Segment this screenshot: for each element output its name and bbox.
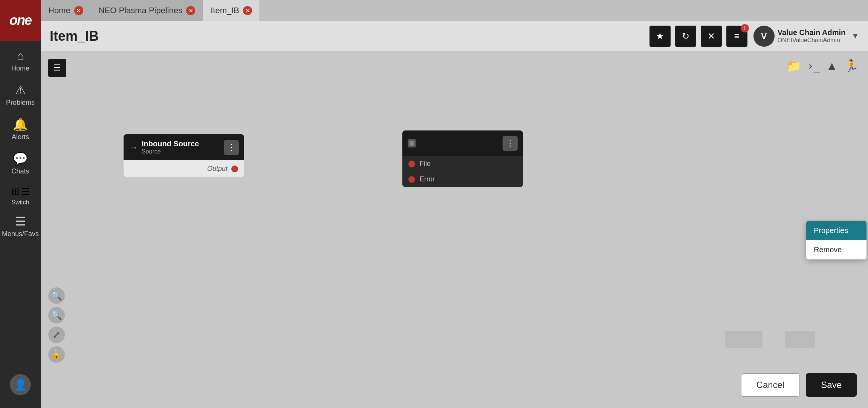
context-menu: Properties Remove <box>806 221 866 259</box>
file-output-dot <box>408 161 415 167</box>
sidebar: one ⌂ Home ⚠ Problems 🔔 Alerts 💬 Chats ⊞… <box>0 0 41 408</box>
node-second-outputs: File Error <box>402 156 523 187</box>
avatar-initial: V <box>761 31 767 41</box>
sidebar-item-label: Chats <box>11 167 29 175</box>
sidebar-item-home[interactable]: ⌂ Home <box>0 44 41 78</box>
error-output-label: Error <box>420 175 435 183</box>
context-menu-properties[interactable]: Properties <box>806 221 866 240</box>
zoom-controls: 🔍 🔍 ⤢ 🔒 <box>48 287 65 363</box>
user-info: Value Chain Admin ONEIValueChainAdmin <box>778 28 845 44</box>
tab-item-ib-label: Item_IB <box>211 6 239 15</box>
main-area: Home ✕ NEO Plasma Pipelines ✕ Item_IB ✕ … <box>41 0 868 408</box>
fit-button[interactable]: ⤢ <box>48 327 65 343</box>
zoom-out-icon: 🔍 <box>51 310 62 321</box>
canvas-area: ☰ 📁 ›_ ▲ 🏃 → Inbound Source Source ⋮ Out… <box>41 51 868 408</box>
output-file-row: File <box>402 156 523 172</box>
triangle-icon[interactable]: ▲ <box>826 59 838 73</box>
tab-neo-plasma-close[interactable]: ✕ <box>186 6 195 15</box>
output-error-row: Error <box>402 172 523 187</box>
sidebar-item-chats[interactable]: 💬 Chats <box>0 146 41 181</box>
close-button[interactable]: ✕ <box>701 26 722 47</box>
menu-icon: ≡ <box>734 31 740 41</box>
connector-dot <box>408 139 416 147</box>
user-username: ONEIValueChainAdmin <box>778 37 845 44</box>
node-second-wrapper: ⋮ File Error Properties <box>402 130 523 187</box>
canvas-menu-button[interactable]: ☰ <box>48 59 66 77</box>
page-title: Item_IB <box>50 28 649 44</box>
node-dots-button[interactable]: ⋮ <box>224 140 239 155</box>
ghost-node-2 <box>785 331 815 348</box>
terminal-icon[interactable]: ›_ <box>807 60 820 72</box>
warning-icon: ⚠ <box>15 83 26 97</box>
tab-home-label: Home <box>48 6 70 15</box>
node-title-group: Inbound Source Source <box>142 140 220 155</box>
logo-text: one <box>9 12 31 28</box>
zoom-in-button[interactable]: 🔍 <box>48 287 65 304</box>
header-actions: ★ ↻ ✕ ≡ 1 <box>649 26 747 47</box>
switch-label: Switch <box>11 199 29 206</box>
notification-badge: 1 <box>741 24 749 32</box>
canvas-right-toolbar: 📁 ›_ ▲ 🏃 <box>786 59 859 73</box>
bottom-actions: Cancel Save <box>741 373 857 397</box>
fit-icon: ⤢ <box>53 330 60 340</box>
switch-icon-1: ⊞ <box>11 186 20 198</box>
node-second: ⋮ File Error <box>402 130 523 187</box>
tab-item-ib[interactable]: Item_IB ✕ <box>203 0 260 21</box>
tab-neo-plasma-label: NEO Plasma Pipelines <box>99 6 183 15</box>
folder-icon[interactable]: 📁 <box>786 59 801 73</box>
menu-icon: ☰ <box>15 214 26 229</box>
tab-bar: Home ✕ NEO Plasma Pipelines ✕ Item_IB ✕ <box>41 0 868 21</box>
refresh-button[interactable]: ↻ <box>675 26 696 47</box>
sidebar-bottom: 👤 <box>10 369 31 408</box>
node-second-dots-button[interactable]: ⋮ <box>503 136 518 151</box>
refresh-icon: ↻ <box>682 31 689 41</box>
error-output-dot <box>408 176 415 183</box>
remove-label: Remove <box>814 245 842 254</box>
page-header: Item_IB ★ ↻ ✕ ≡ 1 V Value Chain Admin ON… <box>41 21 868 51</box>
user-dropdown-arrow[interactable]: ▼ <box>851 32 859 40</box>
node-inbound-source: → Inbound Source Source ⋮ Output <box>124 134 244 177</box>
sidebar-item-problems[interactable]: ⚠ Problems <box>0 78 41 112</box>
menu-notification-button[interactable]: ≡ 1 <box>726 26 747 47</box>
node-inbound-header: → Inbound Source Source ⋮ <box>124 134 244 160</box>
tab-neo-plasma[interactable]: NEO Plasma Pipelines ✕ <box>91 0 203 21</box>
star-icon: ★ <box>656 31 664 41</box>
lock-button[interactable]: 🔒 <box>48 346 65 363</box>
file-output-label: File <box>420 160 431 168</box>
sidebar-item-label: Menus/Favs <box>2 230 39 238</box>
user-name: Value Chain Admin <box>778 28 845 37</box>
ghost-node-1 <box>725 331 763 348</box>
sidebar-item-alerts[interactable]: 🔔 Alerts <box>0 112 41 146</box>
lock-icon: 🔒 <box>51 349 62 360</box>
node-subtitle: Source <box>142 148 220 155</box>
sidebar-item-menus-favs[interactable]: ☰ Menus/Favs <box>0 209 41 243</box>
user-avatar-icon: 👤 <box>10 374 31 395</box>
close-icon: ✕ <box>708 31 715 41</box>
sidebar-item-label: Problems <box>6 99 35 107</box>
switch-icon-2: ☰ <box>21 186 30 198</box>
bell-icon: 🔔 <box>13 117 28 132</box>
tab-home-close[interactable]: ✕ <box>74 6 83 15</box>
star-button[interactable]: ★ <box>649 26 671 47</box>
output-dot <box>231 166 238 172</box>
list-icon: ☰ <box>53 63 61 73</box>
home-icon: ⌂ <box>17 49 24 63</box>
zoom-out-button[interactable]: 🔍 <box>48 307 65 324</box>
chat-icon: 💬 <box>13 152 28 166</box>
arrow-icon: → <box>129 142 138 153</box>
save-button[interactable]: Save <box>806 373 857 397</box>
properties-label: Properties <box>814 226 848 235</box>
context-menu-remove[interactable]: Remove <box>806 240 866 259</box>
user-avatar: V <box>753 26 775 47</box>
output-label: Output <box>207 165 228 173</box>
tab-item-ib-close[interactable]: ✕ <box>243 6 252 15</box>
cancel-button[interactable]: Cancel <box>741 373 800 397</box>
node-second-top: ⋮ <box>402 130 523 156</box>
node-title: Inbound Source <box>142 140 220 148</box>
user-section: V Value Chain Admin ONEIValueChainAdmin … <box>753 26 859 47</box>
sidebar-item-label: Alerts <box>12 133 29 141</box>
app-logo[interactable]: one <box>0 0 41 41</box>
sidebar-user-avatar[interactable]: 👤 <box>10 369 31 400</box>
run-icon[interactable]: 🏃 <box>844 59 859 73</box>
tab-home[interactable]: Home ✕ <box>41 0 91 21</box>
